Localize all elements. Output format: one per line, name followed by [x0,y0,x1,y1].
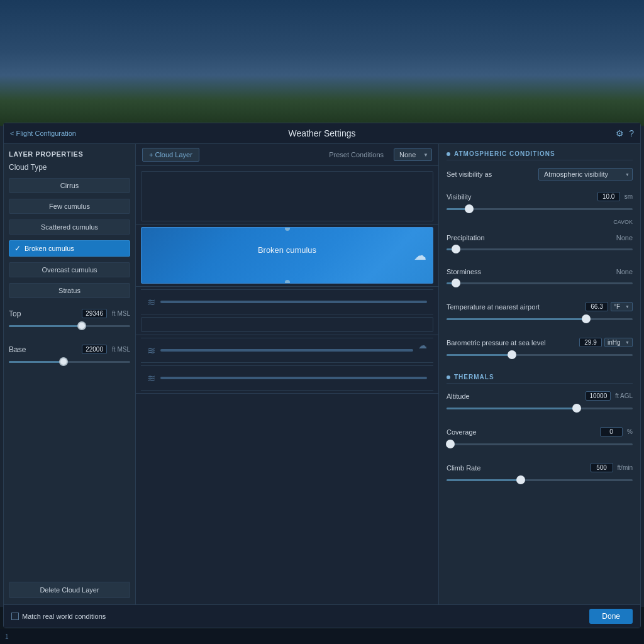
dialog-header: < Flight Configuration Weather Settings … [4,123,640,144]
wind-icon-1: ≋ [147,296,155,308]
base-slider-thumb[interactable] [59,357,68,366]
active-checkmark: ✓ [14,244,21,253]
storminess-row: Storminess None [447,268,633,293]
cloud-type-broken-cumulus[interactable]: ✓ Broken cumulus [9,240,130,257]
temperature-label: Temperature at nearest airport [447,303,540,311]
help-icon[interactable]: ? [629,128,634,138]
visibility-row: Visibility 10.0 sm CAVOK [447,192,633,225]
cloud-type-overcast-cumulus[interactable]: Overcast cumulus [9,262,130,277]
barometric-unit-wrapper: inHg [604,338,633,347]
top-slider[interactable] [9,321,130,331]
done-button[interactable]: Done [589,609,633,624]
background-scenery [0,0,644,126]
active-layer-name: Broken cumulus [258,245,316,255]
barometric-row: Barometric pressure at sea level 29.9 in… [447,338,633,365]
weather-settings-dialog: < Flight Configuration Weather Settings … [3,123,641,628]
delete-cloud-layer-button[interactable]: Delete Cloud Layer [9,582,130,598]
climb-rate-unit: ft/min [618,464,633,471]
cloud-type-label: Cloud Type [9,163,130,172]
precipitation-row: Precipitation None [447,234,633,259]
set-visibility-dropdown-wrapper: Atmospheric visibility [538,168,633,180]
center-toolbar: + Cloud Layer Preset Conditions None [136,144,438,166]
temperature-unit-wrapper: °F [611,302,633,311]
wind-layer-2: ≋ ☁ [141,338,433,363]
base-unit: ft MSL [112,346,130,353]
visibility-slider-thumb[interactable] [465,204,474,213]
storminess-value: None [616,268,633,275]
visibility-slider[interactable] [447,204,633,214]
barometric-value[interactable]: 29.9 [579,338,602,347]
coverage-unit: % [627,428,633,435]
empty-layer-top [141,171,433,221]
cloud-icon-2: ☁ [418,340,427,350]
top-unit: ft MSL [112,310,130,317]
preset-select[interactable]: None [394,148,432,161]
set-visibility-dropdown[interactable]: Atmospheric visibility [538,168,633,180]
altitude-slider-thumb[interactable] [572,404,581,413]
layers-display: Broken cumulus ☁ ≋ ≋ ☁ [136,166,438,604]
visibility-label: Visibility [447,193,472,201]
top-slider-group: Top 29346 ft MSL [9,309,130,336]
back-button[interactable]: < Flight Configuration [10,130,76,137]
coverage-slider-thumb[interactable] [446,440,455,448]
match-conditions-checkbox[interactable] [11,613,19,620]
dialog-footer: Match real world conditions Done [4,604,640,628]
barometric-slider-thumb[interactable] [508,350,516,359]
barometric-slider[interactable] [447,350,633,360]
coverage-value[interactable]: 0 [600,427,623,436]
coverage-slider[interactable] [447,439,633,449]
coverage-row: Coverage 0 % [447,427,633,454]
altitude-value[interactable]: 10000 [586,391,611,401]
cloud-layer-icon: ☁ [414,248,426,263]
temperature-value[interactable]: 66.3 [586,302,608,311]
visibility-unit: sm [625,193,633,200]
wind-layer-1: ≋ [141,289,433,314]
set-visibility-label: Set visibility as [447,170,492,178]
storminess-slider-thumb[interactable] [452,279,460,287]
climb-rate-slider[interactable] [447,475,633,485]
dialog-title: Weather Settings [288,128,355,138]
coverage-label: Coverage [447,428,477,436]
preset-wrapper: None [394,148,432,161]
cloud-type-scattered-cumulus[interactable]: Scattered cumulus [9,219,130,235]
cloud-type-few-cumulus[interactable]: Few cumulus [9,199,130,214]
bottom-bar: 1 [0,629,644,644]
precipitation-slider-thumb[interactable] [452,245,460,253]
wind-icon-3: ≋ [147,372,155,384]
page-number: 1 [5,633,9,640]
top-slider-thumb[interactable] [77,321,86,330]
climb-rate-value[interactable]: 500 [591,463,613,472]
top-label: Top [9,309,21,318]
temperature-slider[interactable] [447,314,633,324]
visibility-value[interactable]: 10.0 [597,192,620,201]
layer-drag-bottom[interactable] [285,280,290,284]
climb-rate-row: Climb Rate 500 ft/min [447,463,633,490]
set-visibility-row: Set visibility as Atmospheric visibility [447,168,633,183]
precipitation-slider[interactable] [447,244,633,254]
temperature-row: Temperature at nearest airport 66.3 °F [447,302,633,329]
base-label: Base [9,345,26,354]
add-cloud-layer-button[interactable]: + Cloud Layer [142,148,199,162]
barometric-unit-dropdown[interactable]: inHg [604,338,633,347]
altitude-row: Altitude 10000 ft AGL [447,391,633,418]
wind-icon-2: ≋ [147,345,155,357]
barometric-label: Barometric pressure at sea level [447,339,546,347]
thermals-title: THERMALS [447,374,633,384]
altitude-slider[interactable] [447,403,633,413]
match-conditions-label[interactable]: Match real world conditions [11,613,106,620]
top-value[interactable]: 29346 [82,309,107,318]
settings-icon[interactable]: ⚙ [616,128,624,138]
empty-layer-mid [141,317,433,332]
precipitation-label: Precipitation [447,234,485,242]
temperature-unit-dropdown[interactable]: °F [611,302,633,311]
cloud-type-cirrus[interactable]: Cirrus [9,178,130,193]
storminess-slider[interactable] [447,278,633,288]
climb-rate-slider-thumb[interactable] [516,475,525,484]
preset-label: Preset Conditions [329,151,384,158]
temperature-slider-thumb[interactable] [582,314,591,323]
cloud-type-stratus[interactable]: Stratus [9,283,130,298]
base-value[interactable]: 22000 [82,345,107,354]
active-cloud-layer[interactable]: Broken cumulus ☁ [141,227,433,284]
base-slider[interactable] [9,357,130,367]
right-panel: ATMOSPHERIC CONDITIONS Set visibility as… [439,144,640,604]
